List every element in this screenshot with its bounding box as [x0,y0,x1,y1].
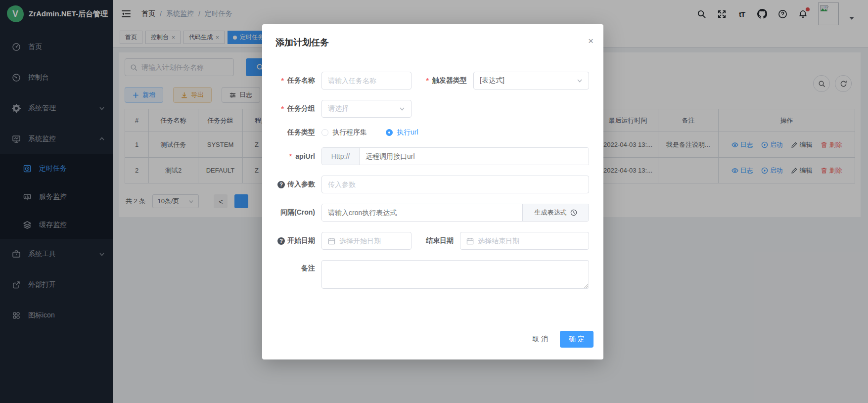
remark-textarea[interactable] [321,260,589,289]
start-date-label: ?开始日期 [262,236,321,245]
params-field [321,176,589,193]
required-mark: * [281,77,284,85]
chevron-down-icon [577,78,583,84]
trigger-type-select[interactable]: [表达式] [473,72,589,90]
confirm-button[interactable]: 确 定 [560,331,594,348]
help-circle-icon: ? [277,237,285,245]
modal-header: 添加计划任务 × [262,24,603,49]
form-row-task-name: *任务名称 *触发器类型 [表达式] [262,72,589,90]
add-task-modal: 添加计划任务 × *任务名称 *触发器类型 [表达式] *任务分组 请选择 [262,24,603,359]
modal-footer: 取 消 确 定 [526,331,594,348]
task-group-label: *任务分组 [262,104,321,113]
params-label: ?传入参数 [262,180,321,189]
form-row-task-group: *任务分组 请选择 [262,100,589,118]
radio-circle-icon [321,129,328,136]
task-group-placeholder: 请选择 [328,104,349,113]
modal-title: 添加计划任务 [275,36,329,49]
cancel-button[interactable]: 取 消 [526,331,554,348]
radio-exec-url[interactable]: 执行url [386,128,418,137]
app-root: V ZrAdmin.NET-后台管理 首页 控制台 系统管理 系统监控 [0,0,868,403]
radio-circle-icon [386,129,393,136]
close-icon[interactable]: × [588,36,594,45]
required-mark: * [426,77,429,85]
required-mark: * [281,105,284,113]
api-url-prefix: Http:// [322,148,360,165]
radio-exec-assembly[interactable]: 执行程序集 [321,128,367,137]
calendar-icon [328,237,335,245]
task-name-field [321,72,411,90]
radio-label: 执行url [397,128,418,137]
calendar-icon [466,237,474,245]
form-row-remark: 备注 [262,260,589,289]
end-date-label: 结束日期 [411,236,460,245]
task-type-label: 任务类型 [262,128,321,137]
clock-icon [570,209,577,216]
params-input[interactable] [328,180,583,188]
api-url-label: *apiUrl [262,152,321,160]
trigger-type-label: *触发器类型 [411,76,473,85]
generate-cron-label: 生成表达式 [535,208,567,217]
form-row-cron: 间隔(Cron) 生成表达式 [262,204,589,222]
help-circle-icon: ? [277,181,285,188]
start-date-picker[interactable] [321,232,411,250]
end-date-picker[interactable] [460,232,589,250]
radio-label: 执行程序集 [332,128,367,137]
cron-input[interactable] [322,204,522,221]
form-row-api-url: *apiUrl Http:// [262,147,589,165]
api-url-input[interactable] [360,148,589,165]
cron-label: 间隔(Cron) [262,208,321,217]
chevron-down-icon [399,106,405,112]
generate-cron-button[interactable]: 生成表达式 [522,204,589,221]
end-date-input[interactable] [478,237,583,245]
task-name-label: *任务名称 [262,76,321,85]
start-date-input[interactable] [339,237,405,245]
remark-label: 备注 [262,260,321,273]
trigger-type-value: [表达式] [480,76,504,85]
form-row-params: ?传入参数 [262,176,589,193]
form-row-dates: ?开始日期 结束日期 [262,232,589,250]
form-row-task-type: 任务类型 执行程序集 执行url [262,128,589,137]
required-mark: * [289,152,292,160]
api-url-group: Http:// [321,147,589,165]
modal-body: *任务名称 *触发器类型 [表达式] *任务分组 请选择 任务类型 [262,49,603,289]
task-name-input[interactable] [328,77,405,85]
cron-group: 生成表达式 [321,204,589,222]
task-group-select[interactable]: 请选择 [321,100,411,118]
